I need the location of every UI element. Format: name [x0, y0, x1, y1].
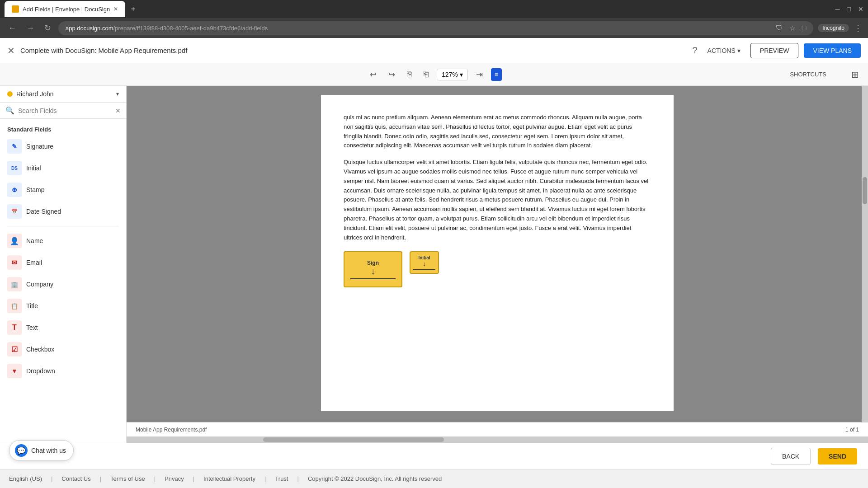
copy-button[interactable]: ⎘ — [403, 67, 415, 82]
signature-field-label: Signature — [26, 143, 53, 150]
document-scroll-area[interactable]: quis mi ac nunc pretium aliquam. Aenean … — [127, 86, 868, 422]
initial-field[interactable]: Initial ↓ — [410, 251, 439, 274]
contact-us-link[interactable]: Contact Us — [61, 475, 90, 482]
doc-body-text-2: Quisque luctus ullamcorper velit sit ame… — [344, 158, 651, 242]
search-input[interactable] — [18, 107, 112, 114]
field-item-name[interactable]: 👤 Name — [0, 230, 126, 252]
stamp-field-icon: ⊕ — [7, 183, 22, 197]
initial-field-icon: DS — [7, 161, 22, 175]
envelope-close-button[interactable]: ✕ — [7, 45, 15, 56]
field-item-initial[interactable]: DS Initial — [0, 157, 126, 179]
date-signed-field-icon: 📅 — [7, 204, 22, 219]
zoom-control[interactable]: 127% ▾ — [437, 69, 468, 80]
company-field-label: Company — [26, 281, 53, 288]
address-bar[interactable]: app.docusign.com/prepare/ff139f88-d308-4… — [58, 21, 813, 35]
company-field-icon: 🏢 — [7, 277, 22, 291]
browser-menu-button[interactable]: ⋮ — [854, 23, 863, 33]
field-item-text[interactable]: T Text — [0, 317, 126, 338]
sign-field[interactable]: Sign ↓ — [344, 251, 402, 287]
name-field-label: Name — [26, 237, 43, 244]
field-item-email[interactable]: ✉ Email — [0, 252, 126, 273]
shield-icon: 🛡 — [776, 24, 783, 33]
privacy-link[interactable]: Privacy — [165, 475, 184, 482]
address-bar-row: ← → ↻ app.docusign.com/prepare/ff139f88-… — [0, 18, 868, 38]
language-label: English (US) — [9, 475, 42, 482]
trust-link[interactable]: Trust — [275, 475, 288, 482]
chat-widget[interactable]: 💬 Chat with us — [9, 440, 74, 461]
paste-button[interactable]: ⎗ — [420, 67, 432, 82]
fields-list: Standard Fields ✎ Signature DS Initial ⊕… — [0, 119, 126, 443]
toolbar: ↩ ↪ ⎘ ⎗ 127% ▾ ⇥ ≡ SHORTCUTS ⊞ — [0, 63, 868, 86]
minimize-icon[interactable]: ─ — [835, 5, 840, 13]
title-field-label: Title — [26, 302, 38, 310]
shortcuts-button[interactable]: SHORTCUTS — [784, 68, 832, 80]
document-page: quis mi ac nunc pretium aliquam. Aenean … — [321, 95, 674, 411]
search-clear-button[interactable]: ✕ — [115, 107, 121, 114]
intellectual-property-link[interactable]: Intellectual Property — [203, 475, 255, 482]
forward-nav-button[interactable]: → — [24, 22, 37, 35]
vertical-scrollbar[interactable] — [862, 86, 868, 422]
field-item-company[interactable]: 🏢 Company — [0, 273, 126, 295]
preview-button[interactable]: PREVIEW — [750, 43, 799, 58]
actions-button[interactable]: ACTIONS ▾ — [703, 44, 745, 57]
close-window-icon[interactable]: ✕ — [858, 5, 863, 13]
fields-panel-icon[interactable]: ≡ — [491, 68, 502, 81]
terms-of-use-link[interactable]: Terms of Use — [110, 475, 145, 482]
tab-favicon — [12, 5, 19, 13]
zoom-arrow-icon: ▾ — [460, 71, 463, 78]
redo-button[interactable]: ↪ — [385, 67, 399, 82]
checkbox-field-icon: ☑ — [7, 342, 22, 357]
incognito-badge: Incognito — [818, 24, 849, 32]
zoom-level-text: 127% — [442, 71, 458, 78]
sign-field-arrow-icon: ↓ — [371, 266, 375, 277]
name-field-icon: 👤 — [7, 234, 22, 248]
url-text: app.docusign.com/prepare/ff139f88-d308-4… — [66, 25, 268, 32]
document-title: Complete with DocuSign: Mobile App Requi… — [20, 47, 687, 54]
field-item-title[interactable]: 📋 Title — [0, 295, 126, 317]
back-nav-button[interactable]: ← — [5, 22, 19, 35]
tab-close-button[interactable]: ✕ — [113, 6, 118, 12]
page-footer: English (US) | Contact Us | Terms of Use… — [0, 469, 868, 488]
export-button[interactable]: ⇥ — [472, 67, 486, 82]
field-item-date-signed[interactable]: 📅 Date Signed — [0, 201, 126, 222]
panel-toggle-icon[interactable]: ⊞ — [851, 69, 859, 80]
dropdown-field-icon: ▼ — [7, 364, 22, 378]
send-button[interactable]: SEND — [818, 448, 857, 465]
main-layout: Richard John ▾ 🔍 ✕ Standard Fields ✎ Sig… — [0, 86, 868, 443]
field-item-stamp[interactable]: ⊕ Stamp — [0, 179, 126, 201]
chat-label: Chat with us — [31, 447, 66, 454]
user-selector-chevron-icon: ▾ — [116, 91, 119, 97]
action-bar: BACK SEND — [0, 443, 868, 469]
email-field-icon: ✉ — [7, 255, 22, 270]
maximize-icon[interactable]: □ — [847, 5, 851, 13]
back-button[interactable]: BACK — [771, 448, 811, 465]
browser-tab[interactable]: Add Fields | Envelope | DocuSign ✕ — [5, 1, 125, 17]
field-item-signature[interactable]: ✎ Signature — [0, 136, 126, 157]
horizontal-scrollbar-thumb[interactable] — [263, 437, 444, 442]
chat-icon: 💬 — [15, 444, 28, 457]
user-name-label: Richard John — [16, 90, 113, 98]
actions-chevron-icon: ▾ — [737, 47, 741, 54]
initial-field-label: Initial — [418, 255, 430, 260]
document-area: quis mi ac nunc pretium aliquam. Aenean … — [127, 86, 868, 443]
vertical-scrollbar-thumb[interactable] — [863, 177, 867, 204]
date-signed-field-label: Date Signed — [26, 208, 61, 215]
extensions-icon[interactable]: □ — [802, 24, 807, 33]
user-selector[interactable]: Richard John ▾ — [0, 86, 126, 103]
horizontal-scrollbar[interactable] — [127, 436, 868, 443]
field-item-dropdown[interactable]: ▼ Dropdown — [0, 360, 126, 382]
search-icon: 🔍 — [5, 106, 14, 115]
copyright-text: Copyright © 2022 DocuSign, Inc. All righ… — [308, 475, 442, 482]
document-footer-bar: Mobile App Requirements.pdf 1 of 1 — [127, 422, 868, 436]
sign-field-label: Sign — [367, 260, 379, 266]
new-tab-button[interactable]: + — [131, 5, 136, 14]
sign-field-line — [350, 278, 396, 279]
help-icon[interactable]: ? — [692, 45, 697, 56]
sidebar: Richard John ▾ 🔍 ✕ Standard Fields ✎ Sig… — [0, 86, 127, 443]
email-field-label: Email — [26, 259, 42, 266]
bookmark-icon[interactable]: ☆ — [789, 24, 796, 33]
field-item-checkbox[interactable]: ☑ Checkbox — [0, 338, 126, 360]
reload-button[interactable]: ↻ — [42, 21, 54, 35]
undo-button[interactable]: ↩ — [366, 67, 380, 82]
view-plans-button[interactable]: VIEW PLANS — [804, 43, 861, 58]
